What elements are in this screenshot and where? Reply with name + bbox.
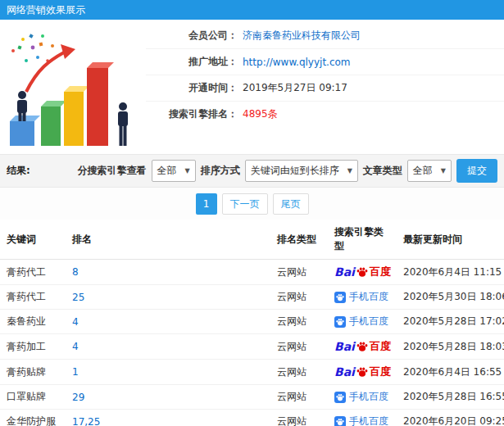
rank-cell: 17,25 (66, 410, 270, 426)
pagination: 1 下一页 尾页 (0, 188, 504, 220)
header-engine-type: 搜索引擎类型 (328, 220, 397, 260)
rank-cell: 29 (66, 385, 270, 410)
engine-cell: Bai百度 (328, 260, 397, 285)
article-type-label: 文章类型 (363, 164, 402, 178)
rank-type-cell: 云网站 (270, 385, 328, 410)
header-rank-type: 排名类型 (270, 220, 328, 260)
rank-link[interactable]: 25 (72, 292, 84, 303)
header-updated: 最新更新时间 (397, 220, 504, 260)
rank-link[interactable]: 29 (72, 392, 84, 403)
marketing-illustration (2, 25, 143, 149)
company-name-link[interactable]: 济南秦鲁药业科技有限公司 (243, 29, 361, 43)
keyword-cell: 口罩贴牌 (0, 385, 66, 410)
baidu-paw-icon (334, 292, 346, 303)
rank-link[interactable]: 4 (72, 316, 79, 328)
updated-cell: 2020年6月4日 11:15 (397, 260, 504, 285)
baidu-mobile-logo: 手机百度 (334, 290, 388, 304)
engine-cell: 手机百度 (328, 385, 397, 410)
sort-filter-value: 关键词由短到长排序 (251, 164, 339, 178)
last-page-button[interactable]: 尾页 (273, 193, 309, 215)
chevron-down-icon: ▼ (347, 167, 352, 174)
baidu-paw-icon (356, 341, 368, 352)
keyword-cell: 膏药代工 (0, 260, 66, 285)
promo-url-link[interactable]: http://www.qlyyjt.com (243, 57, 351, 68)
rank-link[interactable]: 17,25 (72, 416, 100, 426)
table-row: 金华防护服17,25云网站手机百度2020年6月20日 09:25 (0, 410, 504, 426)
rank-cell: 25 (66, 285, 270, 310)
chevron-down-icon: ▼ (441, 167, 446, 174)
info-row-rank-count: 搜索引擎排名： 4895条 (146, 102, 504, 127)
filter-controls: 分搜索引擎查看 全部 ▼ 排序方式 关键词由短到长排序 ▼ 文章类型 全部 ▼ … (78, 159, 497, 183)
engine-cell: 手机百度 (328, 285, 397, 310)
table-row: 秦鲁药业4云网站手机百度2020年5月28日 17:02 (0, 310, 504, 334)
baidu-paw-icon (336, 293, 344, 301)
keyword-cell: 膏药代工 (0, 285, 66, 310)
rank-link[interactable]: 8 (72, 266, 79, 278)
rank-type-cell: 云网站 (270, 260, 328, 285)
results-section-label: 结果: (7, 164, 30, 178)
rank-count-value: 4895条 (243, 107, 278, 121)
company-label: 会员公司： (146, 29, 238, 43)
article-type-select[interactable]: 全部 ▼ (407, 160, 452, 182)
baidu-mobile-logo: 手机百度 (334, 390, 388, 404)
engine-filter-label: 分搜索引擎查看 (78, 164, 147, 178)
updated-cell: 2020年6月4日 16:55 (397, 360, 504, 385)
promo-url-label: 推广地址： (146, 55, 238, 69)
engine-cell: Bai百度 (328, 360, 397, 385)
engine-cell: 手机百度 (328, 410, 397, 426)
table-row: 口罩贴牌29云网站手机百度2020年5月28日 16:55 (0, 385, 504, 410)
chevron-down-icon: ▼ (185, 167, 190, 174)
baidu-mobile-logo: 手机百度 (334, 415, 388, 426)
next-page-button[interactable]: 下一页 (222, 193, 268, 215)
table-row: 膏药代工25云网站手机百度2020年5月30日 18:06 (0, 285, 504, 310)
updated-cell: 2020年5月28日 17:02 (397, 310, 504, 334)
table-row: 膏药加工4云网站Bai百度2020年5月28日 18:03 (0, 334, 504, 360)
engine-cell: Bai百度 (328, 334, 397, 360)
baidu-paw-icon (334, 316, 346, 328)
header-keyword: 关键词 (0, 220, 66, 260)
rank-link[interactable]: 1 (72, 366, 79, 378)
keyword-cell: 膏药加工 (0, 334, 66, 360)
info-section: 会员公司： 济南秦鲁药业科技有限公司 推广地址： http://www.qlyy… (0, 20, 504, 154)
rank-cell: 1 (66, 360, 270, 385)
article-type-value: 全部 (413, 164, 433, 178)
sort-filter-select[interactable]: 关键词由短到长排序 ▼ (245, 160, 358, 182)
info-row-open-time: 开通时间： 2019年5月27日 09:17 (146, 75, 504, 102)
results-table-body: 膏药代工8云网站Bai百度2020年6月4日 11:15膏药代工25云网站手机百… (0, 260, 504, 426)
rank-count-label: 搜索引擎排名： (146, 107, 238, 121)
updated-cell: 2020年5月30日 18:06 (397, 285, 504, 310)
rank-type-cell: 云网站 (270, 360, 328, 385)
rank-cell: 8 (66, 260, 270, 285)
page-number-current[interactable]: 1 (196, 193, 217, 215)
engine-cell: 手机百度 (328, 310, 397, 334)
table-row: 膏药贴牌1云网站Bai百度2020年6月4日 16:55 (0, 360, 504, 385)
updated-cell: 2020年5月28日 18:03 (397, 334, 504, 360)
baidu-pc-logo: Bai百度 (334, 365, 391, 379)
page-title: 网络营销效果展示 (0, 0, 504, 20)
sort-filter-label: 排序方式 (201, 164, 240, 178)
updated-cell: 2020年6月20日 09:25 (397, 410, 504, 426)
baidu-paw-icon (356, 366, 368, 378)
baidu-pc-logo: Bai百度 (334, 339, 391, 354)
baidu-pc-logo: Bai百度 (334, 265, 391, 279)
info-row-company: 会员公司： 济南秦鲁药业科技有限公司 (146, 23, 504, 49)
table-row: 膏药代工8云网站Bai百度2020年6月4日 11:15 (0, 260, 504, 285)
baidu-paw-icon (336, 418, 344, 426)
baidu-mobile-logo: 手机百度 (334, 315, 388, 329)
engine-filter-value: 全部 (157, 164, 177, 178)
updated-cell: 2020年5月28日 16:55 (397, 385, 504, 410)
keyword-cell: 膏药贴牌 (0, 360, 66, 385)
baidu-paw-icon (356, 266, 368, 278)
engine-filter-select[interactable]: 全部 ▼ (152, 160, 196, 182)
filter-bar: 结果: 分搜索引擎查看 全部 ▼ 排序方式 关键词由短到长排序 ▼ 文章类型 全… (0, 154, 504, 188)
keyword-cell: 秦鲁药业 (0, 310, 66, 334)
rank-link[interactable]: 4 (72, 341, 79, 352)
rank-cell: 4 (66, 310, 270, 334)
baidu-paw-icon (336, 393, 344, 401)
table-header-row: 关键词 排名 排名类型 搜索引擎类型 最新更新时间 (0, 220, 504, 260)
open-time-label: 开通时间： (146, 81, 238, 95)
baidu-paw-icon (334, 392, 346, 403)
submit-button[interactable]: 提交 (456, 159, 497, 183)
header-rank: 排名 (66, 220, 270, 260)
open-time-value: 2019年5月27日 09:17 (243, 81, 347, 95)
